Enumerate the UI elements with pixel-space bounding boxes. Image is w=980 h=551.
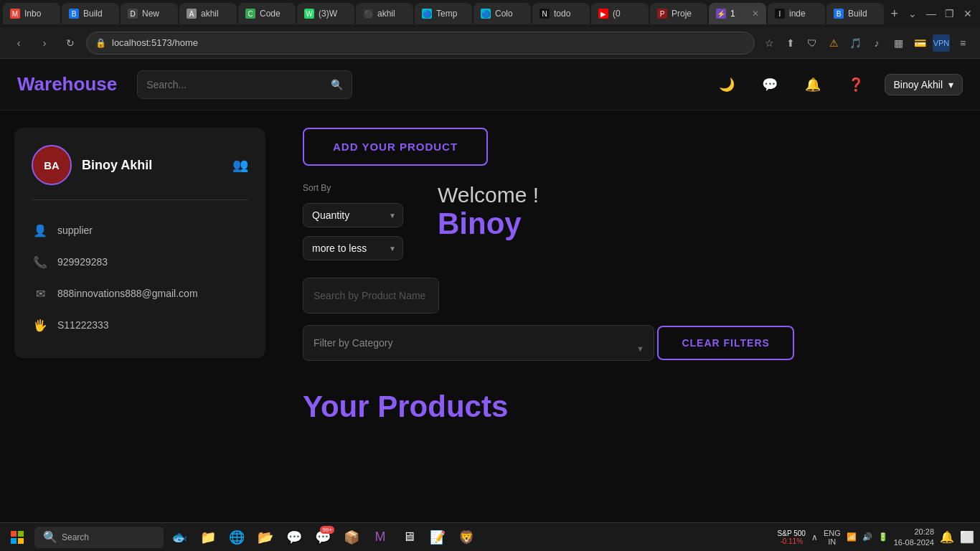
- tab-close-warehouse[interactable]: ✕: [752, 9, 759, 19]
- tab-favicon-build2: B: [834, 9, 844, 19]
- tab-build2[interactable]: B Build: [826, 3, 884, 24]
- filter-category-wrapper: Filter by Category: [303, 325, 654, 372]
- your-products-heading: Your Products: [303, 390, 957, 424]
- tab-inbox[interactable]: M Inbo: [3, 3, 60, 24]
- taskbar: 🔍 Search 🐟 📁 🌐 📂 💬 💬 99+ 📦 M 🖥 📝 🦁 S&P 5…: [0, 522, 980, 551]
- taskbar-right: S&P 500 -0.11% ∧ ENG IN 📶 🔊 🔋 20:28 16-0…: [778, 527, 974, 547]
- email-icon: ✉: [32, 285, 49, 302]
- bookmark-button[interactable]: ☆: [760, 34, 778, 52]
- tab-label-inbox: Inbo: [24, 9, 41, 19]
- tab-dnew[interactable]: D New: [121, 3, 178, 24]
- ext-button-2[interactable]: ♪: [868, 34, 885, 52]
- filter-category-select[interactable]: Filter by Category: [303, 325, 654, 361]
- wallet-button[interactable]: 💳: [911, 34, 928, 52]
- tab-label-akhil1: akhil: [201, 9, 219, 19]
- header-search-icon: 🔍: [331, 79, 343, 90]
- tab-proj[interactable]: P Proje: [650, 3, 707, 24]
- tab-favicon-akhil1: A: [187, 9, 197, 19]
- taskbar-app-edge[interactable]: 🌐: [224, 524, 250, 550]
- tab-restore-button[interactable]: ❐: [941, 4, 959, 24]
- tab-todo[interactable]: N todo: [532, 3, 590, 24]
- user-card: BA Binoy Akhil 👥 👤 supplier 📞 929929283 …: [14, 128, 265, 358]
- taskbar-app-files[interactable]: 📁: [195, 524, 221, 550]
- taskbar-app-dropbox[interactable]: 📦: [339, 524, 364, 550]
- tab-temp[interactable]: 🔵 Temp: [415, 3, 472, 24]
- tab-minimize-button[interactable]: —: [922, 4, 941, 24]
- forward-button[interactable]: ›: [34, 33, 55, 53]
- reload-button[interactable]: ↻: [60, 33, 80, 53]
- tab-label-code: Code: [260, 9, 281, 19]
- add-product-button[interactable]: ADD YOUR PRODUCT: [303, 128, 488, 166]
- menu-button[interactable]: ≡: [954, 34, 971, 52]
- clear-filters-button[interactable]: CLEAR FILTERS: [657, 326, 793, 360]
- taskbar-app-winamp[interactable]: 🐟: [166, 524, 192, 550]
- sidebar-toggle[interactable]: ▦: [890, 34, 907, 52]
- taskbar-preview[interactable]: ⬜: [960, 530, 974, 544]
- taskbar-app-vscode[interactable]: 📝: [425, 524, 451, 550]
- header-search-container[interactable]: 🔍: [137, 70, 352, 99]
- tab-favicon-dnew: D: [128, 9, 138, 19]
- help-button[interactable]: ❓: [842, 70, 870, 99]
- alert-button[interactable]: ⚠: [825, 34, 842, 52]
- taskbar-app-explorer[interactable]: 📂: [253, 524, 278, 550]
- phone-icon: 📞: [32, 253, 49, 270]
- search-product-input[interactable]: [303, 278, 439, 314]
- stock-name: S&P 500: [778, 529, 806, 537]
- user-id: S11222333: [57, 319, 109, 331]
- svg-rect-3: [18, 531, 24, 537]
- address-bar[interactable]: 🔒 localhost:5173/home: [86, 32, 755, 55]
- sidebar: BA Binoy Akhil 👥 👤 supplier 📞 929929283 …: [0, 110, 280, 522]
- chat-icon: 💬: [762, 77, 778, 93]
- ext-button-1[interactable]: 🎵: [847, 34, 864, 52]
- tab-label-index: inde: [789, 9, 806, 19]
- tab-add-button[interactable]: +: [885, 4, 904, 24]
- shield-button[interactable]: 🛡: [804, 34, 821, 52]
- welcome-text: Welcome !: [438, 183, 539, 207]
- tab-build1[interactable]: B Build: [62, 3, 119, 24]
- user-menu[interactable]: Binoy Akhil ▾: [885, 74, 963, 95]
- back-button[interactable]: ‹: [9, 33, 29, 53]
- manage-users-icon[interactable]: 👥: [232, 157, 248, 173]
- tab-youtube[interactable]: ▶ (0: [591, 3, 649, 24]
- tab-close-button[interactable]: ✕: [958, 4, 977, 24]
- chat-button[interactable]: 💬: [755, 70, 784, 99]
- svg-rect-4: [11, 538, 17, 544]
- taskbar-app-notif[interactable]: 💬 99+: [310, 524, 336, 550]
- taskbar-app-brave[interactable]: 🦁: [453, 524, 479, 550]
- tab-index[interactable]: I inde: [768, 3, 825, 24]
- taskbar-app-gh-desktop[interactable]: 🖥: [396, 524, 422, 550]
- taskbar-systray[interactable]: ∧: [811, 532, 818, 542]
- tab-github[interactable]: ⚫ akhil: [356, 3, 413, 24]
- user-email: 888innovations888@gmail.com: [57, 288, 198, 299]
- tab-colo[interactable]: 🔵 Colo: [473, 3, 531, 24]
- header-search-input[interactable]: [146, 79, 325, 90]
- volume-icon[interactable]: 🔊: [862, 532, 872, 542]
- tab-warehouse[interactable]: ⚡ 1 ✕: [709, 3, 766, 24]
- tab-label-wa: (3)W: [319, 9, 337, 19]
- tab-label-build1: Build: [83, 9, 103, 19]
- tab-favicon-wa: W: [304, 9, 314, 19]
- tab-label-todo: todo: [554, 9, 570, 19]
- taskbar-app-mvp[interactable]: M: [367, 524, 393, 550]
- tab-akhil1[interactable]: A akhil: [179, 3, 237, 24]
- taskbar-region: IN: [824, 537, 841, 546]
- notifications-button[interactable]: 🔔: [798, 70, 827, 99]
- taskbar-search[interactable]: 🔍 Search: [34, 527, 164, 548]
- share-button[interactable]: ⬆: [782, 34, 799, 52]
- app-logo: Warehouse: [17, 73, 117, 95]
- taskbar-app-chat[interactable]: 💬: [281, 524, 307, 550]
- sort-by-select[interactable]: Quantity Name Price Date: [303, 203, 403, 227]
- dark-mode-button[interactable]: 🌙: [712, 70, 741, 99]
- tab-list-button[interactable]: ⌄: [904, 4, 923, 24]
- user-email-row: ✉ 888innovations888@gmail.com: [32, 278, 248, 309]
- tab-code[interactable]: C Code: [238, 3, 296, 24]
- tab-label-yt: (0: [613, 9, 621, 19]
- fingerprint-icon: 🖐: [32, 316, 49, 334]
- notification-center-icon[interactable]: 🔔: [940, 530, 954, 544]
- vpn-button[interactable]: VPN: [933, 34, 950, 52]
- security-icon: 🔒: [95, 38, 106, 48]
- tab-whatsapp[interactable]: W (3)W: [297, 3, 354, 24]
- tab-favicon-code: C: [245, 9, 255, 19]
- start-button[interactable]: [6, 526, 29, 549]
- sort-order-select[interactable]: more to less less to more: [303, 236, 403, 260]
